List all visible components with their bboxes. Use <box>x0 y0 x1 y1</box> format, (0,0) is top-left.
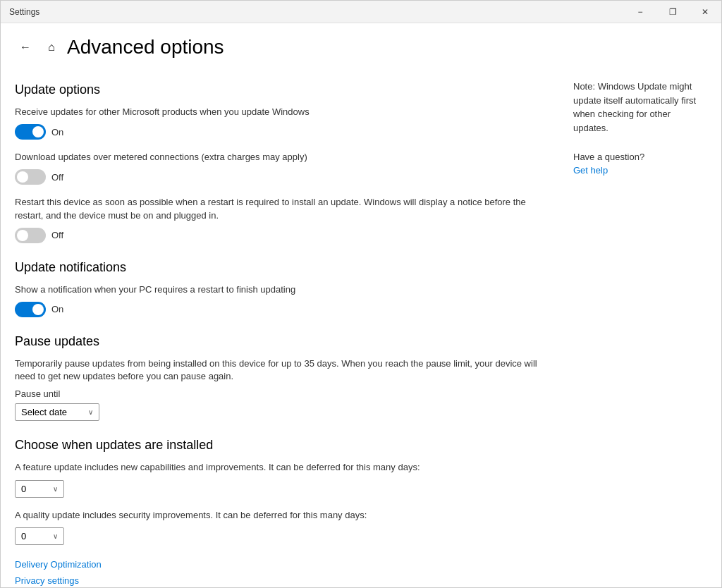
setting3-description: Restart this device as soon as possible … <box>15 196 552 221</box>
toggle-row-2: Off <box>15 169 552 185</box>
setting-row-3: Restart this device as soon as possible … <box>15 196 552 243</box>
toggle-2-label: Off <box>51 172 63 183</box>
toggle-notif-track <box>15 302 46 317</box>
update-options-title: Update options <box>15 82 552 97</box>
close-button[interactable]: ✕ <box>689 1 721 23</box>
main-pane: ← ⌂ Advanced options Update options Rece… <box>1 23 566 587</box>
titlebar-controls: − ❐ ✕ <box>624 1 721 23</box>
quality-update-chevron: ∨ <box>53 532 58 540</box>
maximize-button[interactable]: ❐ <box>656 1 689 23</box>
toggle-row-3: Off <box>15 228 552 243</box>
toggle-1-thumb <box>32 126 44 137</box>
pause-dropdown-label: Pause until <box>15 388 552 399</box>
setting-row-2: Download updates over metered connection… <box>15 151 552 185</box>
page-title: Advanced options <box>67 36 224 59</box>
setting-row-1: Receive updates for other Microsoft prod… <box>15 106 552 140</box>
sidebar-question: Have a question? <box>573 152 707 162</box>
sidebar-note: Note: Windows Update might update itself… <box>573 80 707 135</box>
pause-updates-title: Pause updates <box>15 334 552 349</box>
pause-dropdown-container: Pause until Select date ∨ <box>15 388 552 421</box>
toggle-3-thumb <box>17 230 28 241</box>
feature-update-value: 0 <box>21 484 26 494</box>
feature-update-dropdown[interactable]: 0 ∨ <box>15 480 64 498</box>
toggle-notif-thumb <box>32 304 44 315</box>
toggle-notif-label: On <box>51 304 63 314</box>
feature-update-row: A feature update includes new capabiliti… <box>15 461 552 497</box>
page-header: ← ⌂ Advanced options <box>15 23 552 66</box>
content-area: ← ⌂ Advanced options Update options Rece… <box>1 23 721 587</box>
get-help-link[interactable]: Get help <box>573 165 608 176</box>
toggle-row-notif: On <box>15 302 552 317</box>
toggle-2-thumb <box>17 171 28 183</box>
back-icon: ← <box>20 41 31 54</box>
pause-dropdown-chevron: ∨ <box>88 408 93 416</box>
feature-update-chevron: ∨ <box>53 485 58 493</box>
pause-until-dropdown[interactable]: Select date ∨ <box>15 403 99 421</box>
toggle-1-track <box>15 124 46 140</box>
window: Settings − ❐ ✕ ← ⌂ Advanced options Upda… <box>0 0 722 588</box>
toggle-notif[interactable] <box>15 302 46 317</box>
pause-dropdown-value: Select date <box>21 407 67 417</box>
feature-update-label: A feature update includes new capabiliti… <box>15 461 552 474</box>
quality-update-dropdown[interactable]: 0 ∨ <box>15 527 64 545</box>
home-icon: ⌂ <box>44 40 59 54</box>
window-title: Settings <box>9 7 39 17</box>
setting1-description: Receive updates for other Microsoft prod… <box>15 106 552 118</box>
toggle-3-track <box>15 228 46 243</box>
back-button[interactable]: ← <box>15 37 36 58</box>
toggle-1[interactable] <box>15 124 46 140</box>
quality-update-row: A quality update includes security impro… <box>15 509 552 545</box>
minimize-button[interactable]: − <box>624 1 656 23</box>
setting2-description: Download updates over metered connection… <box>15 151 552 164</box>
toggle-1-label: On <box>51 127 63 137</box>
right-sidebar: Note: Windows Update might update itself… <box>566 23 721 587</box>
toggle-3[interactable] <box>15 228 46 243</box>
notif-description: Show a notification when your PC require… <box>15 283 552 296</box>
quality-update-label: A quality update includes security impro… <box>15 509 552 522</box>
toggle-2[interactable] <box>15 169 46 185</box>
toggle-row-1: On <box>15 124 552 140</box>
choose-when-title: Choose when updates are installed <box>15 438 552 453</box>
titlebar: Settings − ❐ ✕ <box>1 1 721 23</box>
update-notifications-title: Update notifications <box>15 260 552 275</box>
bottom-links: Delivery Optimization Privacy settings <box>15 559 552 586</box>
quality-update-value: 0 <box>21 531 26 541</box>
toggle-2-track <box>15 169 46 185</box>
toggle-3-label: Off <box>51 230 63 240</box>
pause-updates-row: Temporarily pause updates from being ins… <box>15 357 552 421</box>
privacy-settings-link[interactable]: Privacy settings <box>15 575 552 586</box>
pause-description: Temporarily pause updates from being ins… <box>15 357 552 383</box>
setting-row-notif: Show a notification when your PC require… <box>15 283 552 317</box>
delivery-optimization-link[interactable]: Delivery Optimization <box>15 559 552 570</box>
